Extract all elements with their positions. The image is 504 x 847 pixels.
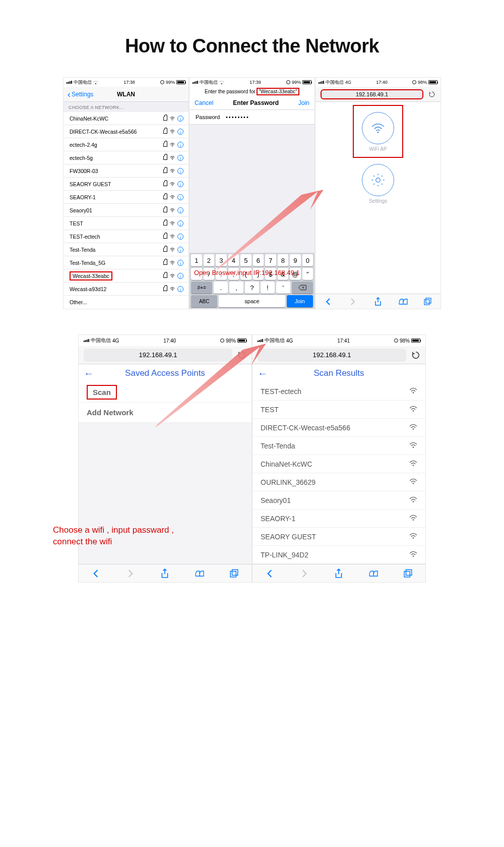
wifi-ap-button[interactable] bbox=[362, 112, 394, 144]
info-icon[interactable]: i bbox=[177, 181, 183, 187]
network-row[interactable]: DIRECT-CK-Wecast-e5a566i bbox=[64, 125, 188, 138]
bookmarks-icon[interactable] bbox=[369, 569, 378, 578]
key[interactable]: 4 bbox=[228, 254, 239, 266]
space-key[interactable]: space bbox=[219, 295, 285, 307]
back-arrow-icon[interactable]: ← bbox=[258, 368, 268, 379]
result-name: DIRECT-CK-Wecast-e5a566 bbox=[261, 424, 350, 432]
settings-button[interactable] bbox=[362, 164, 394, 196]
wifi-icon bbox=[170, 130, 175, 134]
share-icon[interactable] bbox=[373, 297, 383, 306]
svg-point-22 bbox=[413, 410, 414, 412]
carrier: 中国电信 bbox=[91, 337, 111, 344]
key[interactable]: ' bbox=[276, 281, 290, 294]
scan-result-row[interactable]: DIRECT-CK-Wecast-e5a566 bbox=[253, 419, 425, 437]
bookmarks-icon[interactable] bbox=[195, 569, 204, 578]
network-row[interactable]: FW300R-03i bbox=[64, 164, 188, 178]
key[interactable]: . bbox=[214, 281, 228, 294]
info-icon[interactable]: i bbox=[177, 129, 183, 135]
url-field[interactable]: 192.168.49.1 bbox=[84, 349, 232, 362]
lock-icon bbox=[163, 287, 167, 291]
scan-result-row[interactable]: OURLINK_36629 bbox=[253, 473, 425, 491]
bookmarks-icon[interactable] bbox=[399, 297, 408, 306]
key[interactable]: 6 bbox=[253, 254, 264, 266]
tabs-icon[interactable] bbox=[230, 569, 239, 578]
network-row[interactable]: Test-Tenda_5Gi bbox=[64, 256, 188, 269]
url-field[interactable]: 192.168.49.1 bbox=[321, 89, 423, 99]
backspace-key[interactable] bbox=[292, 281, 313, 294]
reload-icon[interactable] bbox=[237, 351, 246, 360]
result-name: TEST-ectech bbox=[261, 387, 301, 396]
forward-icon[interactable] bbox=[300, 569, 309, 578]
info-icon[interactable]: i bbox=[177, 273, 183, 279]
key[interactable]: " bbox=[302, 268, 313, 280]
network-row[interactable]: TESTi bbox=[64, 217, 188, 230]
tabs-icon[interactable] bbox=[423, 297, 432, 306]
network-row[interactable]: ChinaNet-KcWCi bbox=[64, 112, 188, 125]
info-icon[interactable]: i bbox=[177, 220, 183, 227]
key[interactable]: 2 bbox=[204, 254, 215, 266]
key[interactable]: 5 bbox=[240, 254, 251, 266]
forward-icon[interactable] bbox=[348, 297, 357, 306]
info-icon[interactable]: i bbox=[177, 207, 183, 213]
scan-result-row[interactable]: TEST-ectech bbox=[253, 382, 425, 401]
scan-result-row[interactable]: Test-Tenda bbox=[253, 437, 425, 455]
info-icon[interactable]: i bbox=[177, 234, 183, 240]
add-network-row[interactable]: Add Network bbox=[79, 403, 251, 423]
share-icon[interactable] bbox=[160, 569, 169, 578]
key[interactable]: ? bbox=[245, 281, 259, 294]
network-row[interactable]: ectech-5gi bbox=[64, 151, 188, 164]
network-row[interactable]: TEST-ectechi bbox=[64, 230, 188, 243]
scan-result-row[interactable]: Seaory01 bbox=[253, 491, 425, 510]
url-field[interactable]: 192.168.49.1 bbox=[258, 349, 406, 362]
svg-point-23 bbox=[413, 428, 414, 430]
back-arrow-icon[interactable]: ← bbox=[84, 368, 94, 379]
back-button[interactable]: ‹Settings bbox=[68, 90, 93, 99]
network-name: ectech-2.4g bbox=[70, 142, 97, 148]
join-link[interactable]: Join bbox=[298, 99, 309, 106]
shift-key[interactable]: #+= bbox=[191, 281, 212, 294]
info-icon[interactable]: i bbox=[177, 260, 183, 266]
info-icon[interactable]: i bbox=[177, 168, 183, 174]
reload-icon[interactable] bbox=[411, 351, 420, 360]
key[interactable]: ! bbox=[261, 281, 275, 294]
reload-icon[interactable] bbox=[428, 91, 435, 98]
network-row[interactable]: Test-Tendai bbox=[64, 243, 188, 256]
abc-key[interactable]: ABC bbox=[191, 295, 217, 307]
network-type: 4G bbox=[112, 338, 119, 344]
scan-result-row[interactable]: SEAORY-1 bbox=[253, 510, 425, 528]
key[interactable]: 9 bbox=[290, 254, 301, 266]
back-icon[interactable] bbox=[91, 569, 100, 578]
info-icon[interactable]: i bbox=[177, 142, 183, 148]
scan-result-row[interactable]: ChinaNet-KcWC bbox=[253, 455, 425, 473]
info-icon[interactable]: i bbox=[177, 286, 183, 292]
info-icon[interactable]: i bbox=[177, 194, 183, 200]
cancel-button[interactable]: Cancel bbox=[195, 99, 213, 106]
scan-result-row[interactable]: TEST bbox=[253, 401, 425, 419]
key[interactable]: 8 bbox=[278, 254, 289, 266]
join-button[interactable]: Join bbox=[287, 295, 313, 307]
info-icon[interactable]: i bbox=[177, 116, 183, 122]
forward-icon[interactable] bbox=[126, 569, 135, 578]
key[interactable]: , bbox=[229, 281, 243, 294]
network-row[interactable]: Wecast-33eabci bbox=[64, 269, 188, 283]
network-row[interactable]: ectech-2.4gi bbox=[64, 138, 188, 151]
key[interactable]: 1 bbox=[191, 254, 202, 266]
other-network-row[interactable]: Other... bbox=[64, 296, 188, 309]
info-icon[interactable]: i bbox=[177, 155, 183, 161]
key[interactable]: 3 bbox=[216, 254, 227, 266]
share-icon[interactable] bbox=[334, 569, 343, 578]
info-icon[interactable]: i bbox=[177, 247, 183, 253]
password-field-row[interactable]: Password •••••••• bbox=[190, 109, 314, 125]
network-row[interactable]: SEAORY-1i bbox=[64, 191, 188, 204]
scan-result-row[interactable]: TP-LINK_94D2 bbox=[253, 546, 425, 564]
network-row[interactable]: SEAORY GUESTi bbox=[64, 178, 188, 191]
key[interactable]: 7 bbox=[265, 254, 276, 266]
network-row[interactable]: Seaory01i bbox=[64, 204, 188, 217]
scan-result-row[interactable]: SEAORY GUEST bbox=[253, 528, 425, 546]
scan-row[interactable]: Scan bbox=[79, 382, 251, 403]
key[interactable]: 0 bbox=[302, 254, 313, 266]
network-row[interactable]: Wecast-a93d12i bbox=[64, 283, 188, 296]
back-icon[interactable] bbox=[324, 297, 333, 306]
tabs-icon[interactable] bbox=[404, 569, 413, 578]
back-icon[interactable] bbox=[265, 569, 274, 578]
